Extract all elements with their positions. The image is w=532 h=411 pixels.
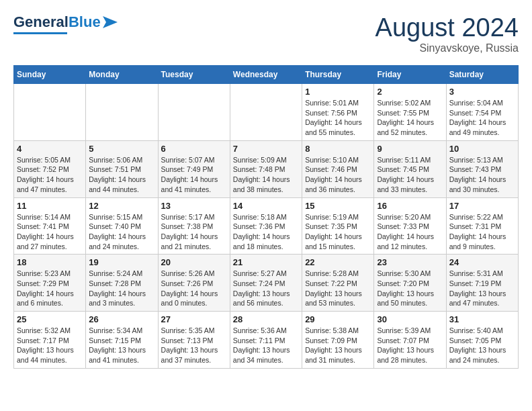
- table-row: 6Sunrise: 5:07 AM Sunset: 7:49 PM Daylig…: [158, 140, 230, 197]
- day-number: 25: [17, 314, 83, 324]
- table-row: 10Sunrise: 5:13 AM Sunset: 7:43 PM Dayli…: [446, 140, 518, 197]
- day-info: Sunrise: 5:17 AM Sunset: 7:38 PM Dayligh…: [161, 212, 227, 252]
- location-subtitle: Sinyavskoye, Russia: [375, 42, 519, 54]
- day-number: 15: [305, 201, 371, 211]
- calendar-table: Sunday Monday Tuesday Wednesday Thursday…: [13, 65, 519, 369]
- day-info: Sunrise: 5:06 AM Sunset: 7:51 PM Dayligh…: [89, 155, 154, 195]
- day-info: Sunrise: 5:23 AM Sunset: 7:29 PM Dayligh…: [17, 269, 83, 308]
- table-row: 24Sunrise: 5:31 AM Sunset: 7:19 PM Dayli…: [446, 255, 518, 312]
- weekday-header-row: Sunday Monday Tuesday Wednesday Thursday…: [14, 66, 519, 84]
- day-number: 9: [377, 144, 443, 154]
- day-info: Sunrise: 5:38 AM Sunset: 7:09 PM Dayligh…: [305, 326, 371, 365]
- day-info: Sunrise: 5:20 AM Sunset: 7:33 PM Dayligh…: [377, 212, 443, 252]
- table-row: 14Sunrise: 5:18 AM Sunset: 7:36 PM Dayli…: [230, 197, 302, 255]
- header-sunday: Sunday: [14, 66, 86, 84]
- day-info: Sunrise: 5:35 AM Sunset: 7:13 PM Dayligh…: [161, 326, 227, 365]
- table-row: 28Sunrise: 5:36 AM Sunset: 7:11 PM Dayli…: [230, 312, 302, 369]
- day-info: Sunrise: 5:02 AM Sunset: 7:55 PM Dayligh…: [377, 98, 443, 138]
- day-info: Sunrise: 5:26 AM Sunset: 7:26 PM Dayligh…: [161, 269, 227, 308]
- header-saturday: Saturday: [446, 66, 518, 84]
- day-info: Sunrise: 5:32 AM Sunset: 7:17 PM Dayligh…: [17, 326, 83, 365]
- table-row: 29Sunrise: 5:38 AM Sunset: 7:09 PM Dayli…: [302, 312, 374, 369]
- day-info: Sunrise: 5:10 AM Sunset: 7:46 PM Dayligh…: [305, 155, 371, 195]
- table-row: 27Sunrise: 5:35 AM Sunset: 7:13 PM Dayli…: [158, 312, 230, 369]
- table-row: 30Sunrise: 5:39 AM Sunset: 7:07 PM Dayli…: [374, 312, 446, 369]
- week-row-2: 4Sunrise: 5:05 AM Sunset: 7:52 PM Daylig…: [14, 140, 519, 197]
- header-thursday: Thursday: [302, 66, 374, 84]
- day-info: Sunrise: 5:13 AM Sunset: 7:43 PM Dayligh…: [449, 155, 515, 195]
- day-number: 21: [233, 257, 299, 267]
- table-row: 3Sunrise: 5:04 AM Sunset: 7:54 PM Daylig…: [446, 84, 518, 141]
- logo-arrow-icon: [103, 16, 118, 28]
- table-row: 1Sunrise: 5:01 AM Sunset: 7:56 PM Daylig…: [302, 84, 374, 141]
- week-row-4: 18Sunrise: 5:23 AM Sunset: 7:29 PM Dayli…: [14, 255, 519, 312]
- day-number: 20: [161, 257, 227, 267]
- table-row: [158, 84, 230, 141]
- svg-marker-0: [103, 16, 118, 28]
- table-row: 23Sunrise: 5:30 AM Sunset: 7:20 PM Dayli…: [374, 255, 446, 312]
- day-number: 4: [17, 144, 83, 154]
- day-info: Sunrise: 5:18 AM Sunset: 7:36 PM Dayligh…: [233, 212, 299, 252]
- day-info: Sunrise: 5:15 AM Sunset: 7:40 PM Dayligh…: [89, 212, 154, 252]
- table-row: 13Sunrise: 5:17 AM Sunset: 7:38 PM Dayli…: [158, 197, 230, 255]
- table-row: 4Sunrise: 5:05 AM Sunset: 7:52 PM Daylig…: [14, 140, 86, 197]
- day-number: 12: [89, 201, 154, 211]
- table-row: 21Sunrise: 5:27 AM Sunset: 7:24 PM Dayli…: [230, 255, 302, 312]
- day-number: 16: [377, 201, 443, 211]
- table-row: 17Sunrise: 5:22 AM Sunset: 7:31 PM Dayli…: [446, 197, 518, 255]
- table-row: 5Sunrise: 5:06 AM Sunset: 7:51 PM Daylig…: [86, 140, 158, 197]
- table-row: 19Sunrise: 5:24 AM Sunset: 7:28 PM Dayli…: [86, 255, 158, 312]
- table-row: [230, 84, 302, 141]
- day-number: 8: [305, 144, 371, 154]
- day-number: 31: [449, 314, 515, 324]
- table-row: 11Sunrise: 5:14 AM Sunset: 7:41 PM Dayli…: [14, 197, 86, 255]
- logo-underline: [13, 32, 67, 34]
- table-row: 18Sunrise: 5:23 AM Sunset: 7:29 PM Dayli…: [14, 255, 86, 312]
- day-info: Sunrise: 5:36 AM Sunset: 7:11 PM Dayligh…: [233, 326, 299, 365]
- day-number: 5: [89, 144, 154, 154]
- day-number: 26: [89, 314, 154, 324]
- table-row: 25Sunrise: 5:32 AM Sunset: 7:17 PM Dayli…: [14, 312, 86, 369]
- day-number: 7: [233, 144, 299, 154]
- day-info: Sunrise: 5:28 AM Sunset: 7:22 PM Dayligh…: [305, 269, 371, 308]
- day-info: Sunrise: 5:04 AM Sunset: 7:54 PM Dayligh…: [449, 98, 515, 138]
- day-info: Sunrise: 5:27 AM Sunset: 7:24 PM Dayligh…: [233, 269, 299, 308]
- table-row: 15Sunrise: 5:19 AM Sunset: 7:35 PM Dayli…: [302, 197, 374, 255]
- header-tuesday: Tuesday: [158, 66, 230, 84]
- day-number: 2: [377, 87, 443, 97]
- month-year-title: August 2024: [375, 13, 519, 42]
- week-row-1: 1Sunrise: 5:01 AM Sunset: 7:56 PM Daylig…: [14, 84, 519, 141]
- day-info: Sunrise: 5:24 AM Sunset: 7:28 PM Dayligh…: [89, 269, 154, 308]
- logo-text: GeneralBlue: [13, 13, 101, 31]
- day-info: Sunrise: 5:39 AM Sunset: 7:07 PM Dayligh…: [377, 326, 443, 365]
- table-row: 16Sunrise: 5:20 AM Sunset: 7:33 PM Dayli…: [374, 197, 446, 255]
- day-number: 23: [377, 257, 443, 267]
- day-number: 30: [377, 314, 443, 324]
- title-block: August 2024 Sinyavskoye, Russia: [375, 13, 519, 54]
- day-number: 3: [449, 87, 515, 97]
- day-number: 22: [305, 257, 371, 267]
- table-row: [86, 84, 158, 141]
- header-friday: Friday: [374, 66, 446, 84]
- table-row: 31Sunrise: 5:40 AM Sunset: 7:05 PM Dayli…: [446, 312, 518, 369]
- day-info: Sunrise: 5:34 AM Sunset: 7:15 PM Dayligh…: [89, 326, 154, 365]
- page-header: GeneralBlue August 2024 Sinyavskoye, Rus…: [13, 13, 519, 54]
- day-info: Sunrise: 5:31 AM Sunset: 7:19 PM Dayligh…: [449, 269, 515, 308]
- week-row-5: 25Sunrise: 5:32 AM Sunset: 7:17 PM Dayli…: [14, 312, 519, 369]
- table-row: 20Sunrise: 5:26 AM Sunset: 7:26 PM Dayli…: [158, 255, 230, 312]
- table-row: 9Sunrise: 5:11 AM Sunset: 7:45 PM Daylig…: [374, 140, 446, 197]
- day-number: 24: [449, 257, 515, 267]
- day-info: Sunrise: 5:05 AM Sunset: 7:52 PM Dayligh…: [17, 155, 83, 195]
- table-row: 8Sunrise: 5:10 AM Sunset: 7:46 PM Daylig…: [302, 140, 374, 197]
- day-info: Sunrise: 5:07 AM Sunset: 7:49 PM Dayligh…: [161, 155, 227, 195]
- day-number: 10: [449, 144, 515, 154]
- day-info: Sunrise: 5:09 AM Sunset: 7:48 PM Dayligh…: [233, 155, 299, 195]
- table-row: 22Sunrise: 5:28 AM Sunset: 7:22 PM Dayli…: [302, 255, 374, 312]
- day-number: 29: [305, 314, 371, 324]
- day-number: 17: [449, 201, 515, 211]
- day-number: 14: [233, 201, 299, 211]
- day-number: 27: [161, 314, 227, 324]
- header-wednesday: Wednesday: [230, 66, 302, 84]
- header-monday: Monday: [86, 66, 158, 84]
- day-number: 18: [17, 257, 83, 267]
